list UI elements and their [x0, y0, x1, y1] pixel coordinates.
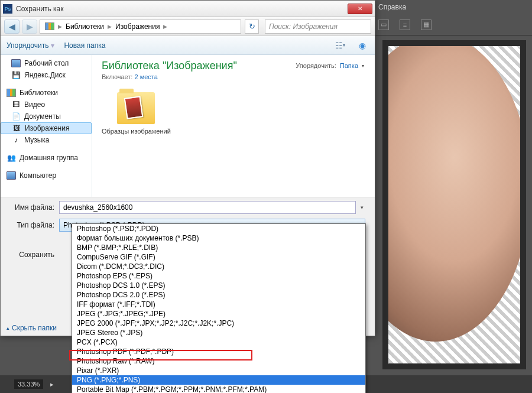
- filetype-option[interactable]: PCX (*.PCX): [72, 337, 365, 347]
- sidebar-item-desktop[interactable]: Рабочий стол: [1, 57, 92, 69]
- filetype-option[interactable]: Photoshop DCS 2.0 (*.EPS): [72, 290, 365, 300]
- video-icon: 🎞: [11, 100, 21, 109]
- refresh-button[interactable]: ↻: [245, 20, 259, 34]
- dialog-titlebar[interactable]: Ps Сохранить как ✕: [1, 1, 375, 17]
- ps-canvas-area: [382, 40, 526, 369]
- content-subtitle: Включает: 2 места: [102, 73, 365, 80]
- chevron-down-icon: ▾: [51, 41, 54, 50]
- chevron-right-icon: ▶: [108, 24, 112, 30]
- crumb-images[interactable]: Изображения: [112, 22, 163, 31]
- homegroup-icon: 👥: [7, 154, 16, 162]
- computer-icon: [7, 171, 16, 180]
- filetype-option[interactable]: Photoshop EPS (*.EPS): [72, 271, 365, 281]
- sidebar-item-computer[interactable]: Компьютер: [1, 170, 92, 181]
- sidebar-item-images[interactable]: 🖼Изображения: [1, 122, 92, 134]
- filetype-option[interactable]: CompuServe GIF (*.GIF): [72, 252, 365, 262]
- sidebar-item-music[interactable]: ♪Музыка: [1, 134, 92, 146]
- filetype-option[interactable]: Dicom (*.DCM;*.DC3;*.DIC): [72, 262, 365, 271]
- filetype-option[interactable]: Photoshop DCS 1.0 (*.EPS): [72, 281, 365, 290]
- sort-control[interactable]: Упорядочить: Папка ▾: [296, 62, 364, 69]
- filetype-option[interactable]: PNG (*.PNG;*.PNS): [72, 375, 365, 385]
- filetype-option[interactable]: IFF формат (*.IFF;*.TDI): [72, 300, 365, 309]
- nav-back-button[interactable]: ◀: [4, 20, 20, 34]
- tool-icon-a[interactable]: ▭: [378, 20, 389, 30]
- image-content: [388, 46, 520, 342]
- filetype-option[interactable]: Pixar (*.PXR): [72, 366, 365, 375]
- filetype-option[interactable]: Portable Bit Map (*.PBM;*.PGM;*.PPM;*.PN…: [72, 385, 365, 393]
- filetype-option[interactable]: JPEG 2000 (*.JPF;*.JPX;*.JP2;*.J2C;*.J2K…: [72, 319, 365, 328]
- folder-icon: [117, 92, 155, 124]
- transparent-canvas: [388, 46, 520, 363]
- images-icon: 🖼: [12, 124, 21, 132]
- music-icon: ♪: [11, 136, 21, 144]
- sidebar-item-homegroup[interactable]: 👥Домашняя группа: [1, 152, 92, 164]
- filetype-option[interactable]: Формат больших документов (*.PSB): [72, 233, 365, 243]
- libraries-icon: [45, 22, 54, 30]
- includes-link[interactable]: 2 места: [134, 73, 157, 80]
- save-options-label: Сохранить: [10, 240, 54, 259]
- filetype-option[interactable]: Photoshop Raw (*.RAW): [72, 356, 365, 366]
- zoom-level[interactable]: 33.33%: [14, 379, 43, 389]
- desktop-icon: [11, 59, 21, 67]
- chevron-right-icon: ▶: [163, 24, 167, 30]
- close-button[interactable]: ✕: [348, 4, 372, 14]
- sidebar-item-documents[interactable]: 📄Документы: [1, 111, 92, 122]
- document-icon: 📄: [11, 112, 21, 121]
- hide-folders-button[interactable]: ▴ Скрыть папки: [7, 324, 57, 332]
- filetype-option[interactable]: JPEG (*.JPG;*.JPEG;*.JPE): [72, 309, 365, 319]
- filetype-option[interactable]: JPEG Stereo (*.JPS): [72, 328, 365, 337]
- status-arrow-icon: ▸: [50, 381, 54, 388]
- chevron-right-icon: ▶: [58, 24, 62, 30]
- breadcrumb[interactable]: ▶ Библиотеки ▶ Изображения ▶: [40, 20, 241, 34]
- chevron-down-icon: ▾: [362, 63, 364, 69]
- filename-input[interactable]: [59, 201, 356, 214]
- filetype-option[interactable]: Photoshop PDF (*.PDF;*.PDP): [72, 347, 365, 356]
- dialog-title: Сохранить как: [16, 5, 348, 13]
- nav-bar: ◀ ▶ ▶ Библиотеки ▶ Изображения ▶ ↻ Поиск…: [1, 17, 375, 36]
- folder-label: Образцы изображений: [102, 128, 171, 135]
- nav-forward-button[interactable]: ▶: [22, 20, 37, 34]
- filetype-label: Тип файла:: [10, 221, 54, 229]
- filetype-option[interactable]: Photoshop (*.PSD;*.PDD): [72, 224, 365, 233]
- sidebar: Рабочий стол 💾Яндекс.Диск Библиотеки 🎞Ви…: [1, 55, 92, 197]
- app-icon: Ps: [3, 4, 12, 14]
- filename-label: Имя файла:: [10, 203, 54, 212]
- sidebar-item-video[interactable]: 🎞Видео: [1, 99, 92, 111]
- chevron-up-icon: ▴: [7, 325, 9, 331]
- new-folder-button[interactable]: Новая папка: [64, 41, 105, 50]
- folder-item-samples[interactable]: Образцы изображений: [102, 92, 171, 135]
- dialog-toolbar: Упорядочить ▾ Новая папка ☷ ▾ ◉: [1, 36, 375, 55]
- view-mode-button[interactable]: ☷ ▾: [333, 39, 346, 52]
- crumb-libraries[interactable]: Библиотеки: [62, 22, 108, 31]
- dialog-body: Рабочий стол 💾Яндекс.Диск Библиотеки 🎞Ви…: [1, 55, 375, 197]
- sidebar-item-yandex[interactable]: 💾Яндекс.Диск: [1, 69, 92, 81]
- tool-icon-b[interactable]: ≡: [400, 20, 410, 30]
- organize-button[interactable]: Упорядочить ▾: [7, 41, 54, 50]
- libraries-icon: [7, 89, 16, 97]
- sidebar-item-libraries[interactable]: Библиотеки: [1, 87, 92, 99]
- menu-help[interactable]: Справка: [378, 3, 406, 11]
- tool-icon-c[interactable]: ▦: [421, 20, 432, 30]
- help-button[interactable]: ◉: [356, 39, 369, 52]
- chevron-down-icon[interactable]: ▾: [361, 204, 365, 210]
- search-input[interactable]: Поиск: Изображения: [265, 20, 371, 34]
- filetype-option[interactable]: BMP (*.BMP;*.RLE;*.DIB): [72, 243, 365, 252]
- filetype-dropdown[interactable]: Photoshop (*.PSD;*.PDD)Формат больших до…: [72, 223, 366, 393]
- folder-content: Библиотека "Изображения" Включает: 2 мес…: [92, 55, 375, 197]
- yandex-icon: 💾: [11, 71, 21, 79]
